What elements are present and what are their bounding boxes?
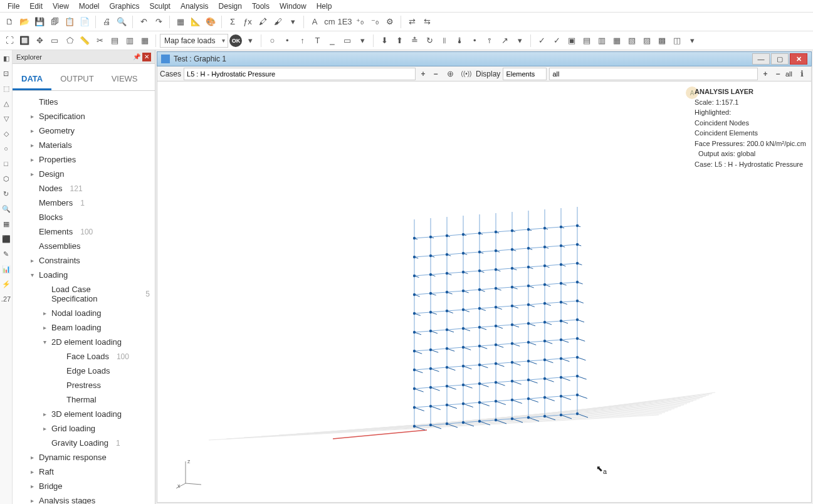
tree-gravity-loading[interactable]: Gravity Loading1 xyxy=(13,436,155,450)
vtool-f-icon[interactable]: ◇ xyxy=(1,128,12,139)
spring-icon[interactable]: ⫯ xyxy=(483,34,496,48)
paste-icon[interactable]: 📄 xyxy=(78,15,92,29)
vec-icon[interactable]: ↗ xyxy=(498,34,511,48)
new-file-icon[interactable]: 🗋 xyxy=(3,15,16,29)
text-icon[interactable]: T xyxy=(310,34,324,48)
grid-toggle-icon[interactable]: ▦ xyxy=(174,15,187,29)
target-icon[interactable]: ⊕ xyxy=(443,67,457,81)
ok-button[interactable]: OK xyxy=(229,34,242,47)
link2-icon[interactable]: ⇆ xyxy=(420,15,434,29)
tree-geometry[interactable]: ▸Geometry xyxy=(13,123,155,138)
load-down-icon[interactable]: ⬇ xyxy=(377,34,391,48)
assy2-icon[interactable]: ▤ xyxy=(580,34,594,48)
antenna-icon[interactable]: ((•)) xyxy=(459,67,473,81)
assy3-icon[interactable]: ▥ xyxy=(595,34,609,48)
gear-icon[interactable]: ⚙ xyxy=(383,15,397,29)
vtool-n-icon[interactable]: ✎ xyxy=(1,248,12,260)
tree-blocks[interactable]: Blocks xyxy=(13,210,155,224)
dropdown-icon[interactable]: ▾ xyxy=(286,15,300,29)
expander-icon[interactable]: ▸ xyxy=(29,127,35,134)
sum-icon[interactable]: Σ xyxy=(226,15,239,29)
link1-icon[interactable]: ⇄ xyxy=(405,15,419,29)
menu-design[interactable]: Design xyxy=(214,1,247,12)
tree-nodal-loading[interactable]: ▸Nodal loading xyxy=(13,306,155,320)
circle-icon[interactable]: ○ xyxy=(265,34,279,48)
open-icon[interactable]: 📂 xyxy=(18,15,31,29)
expander-icon[interactable]: ▸ xyxy=(29,497,35,504)
minimize-button[interactable]: — xyxy=(752,53,770,65)
tree-elements[interactable]: Elements100 xyxy=(13,224,155,239)
vtool-d-icon[interactable]: △ xyxy=(1,98,12,109)
remove-filter-button[interactable]: − xyxy=(773,70,783,78)
tree-raft[interactable]: ▸Raft xyxy=(13,465,155,479)
shaded-icon[interactable]: ▦ xyxy=(138,34,152,48)
save-all-icon[interactable]: 🗐 xyxy=(48,15,61,29)
tree-dynamic-response[interactable]: ▸Dynamic response xyxy=(13,450,155,465)
tree-load-case-specification[interactable]: Load Case Specification5 xyxy=(13,282,155,306)
expander-icon[interactable]: ▸ xyxy=(29,483,35,490)
add-filter-button[interactable]: + xyxy=(760,70,770,78)
dropdown3-icon[interactable]: ▾ xyxy=(513,34,527,48)
beam-icon[interactable]: ⎯ xyxy=(325,34,339,48)
plate-icon[interactable]: ▭ xyxy=(340,34,354,48)
vtool-g-icon[interactable]: ○ xyxy=(1,143,12,154)
menu-help[interactable]: Help xyxy=(312,1,337,12)
tree-nodes[interactable]: Nodes121 xyxy=(13,181,155,196)
copy-icon[interactable]: 📋 xyxy=(63,15,76,29)
expander-icon[interactable]: ▾ xyxy=(29,271,35,278)
dropdown2-icon[interactable]: ▾ xyxy=(355,34,369,48)
menu-sculpt[interactable]: Sculpt xyxy=(145,1,176,12)
expander-icon[interactable]: ▸ xyxy=(29,156,35,163)
tree-beam-loading[interactable]: ▸Beam loading xyxy=(13,320,155,335)
minus-y-icon[interactable]: ⁻₀ xyxy=(368,15,382,29)
vtool-o-icon[interactable]: 📊 xyxy=(1,263,12,275)
expander-icon[interactable]: ▸ xyxy=(41,310,48,317)
check2-icon[interactable]: ✓ xyxy=(550,34,564,48)
node-icon[interactable]: • xyxy=(280,34,294,48)
save-icon[interactable]: 💾 xyxy=(33,15,46,29)
vtool-i-icon[interactable]: ⬡ xyxy=(1,173,12,184)
plus-y-icon[interactable]: ⁺₀ xyxy=(353,15,367,29)
tree-properties[interactable]: ▸Properties xyxy=(13,152,155,167)
menu-tools[interactable]: Tools xyxy=(247,1,275,12)
cases-dropdown[interactable] xyxy=(184,68,416,80)
assy4-icon[interactable]: ▦ xyxy=(610,34,624,48)
assy8-icon[interactable]: ◫ xyxy=(670,34,684,48)
vtool-j-icon[interactable]: ↻ xyxy=(1,188,12,199)
tree-specification[interactable]: ▸Specification xyxy=(13,109,155,123)
tab-views[interactable]: VIEWS xyxy=(103,69,147,90)
load-up-icon[interactable]: ⬆ xyxy=(392,34,406,48)
tree-edge-loads[interactable]: Edge Loads xyxy=(13,364,155,378)
menu-edit[interactable]: Edit xyxy=(24,1,48,12)
graphic-canvas[interactable]: A ANALYSIS LAYER Scale: 1:157.1 Highligh… xyxy=(157,81,812,503)
measure-icon[interactable]: 📏 xyxy=(78,34,92,48)
check1-icon[interactable]: ✓ xyxy=(535,34,548,48)
menu-view[interactable]: View xyxy=(48,1,74,12)
vtool-l-icon[interactable]: ▦ xyxy=(1,218,12,229)
tab-output[interactable]: OUTPUT xyxy=(51,69,102,90)
tree-2d-element-loading[interactable]: ▾2D element loading xyxy=(13,335,155,349)
tree-thermal[interactable]: Thermal xyxy=(13,392,155,407)
tree-bridge[interactable]: ▸Bridge xyxy=(13,479,155,493)
expander-icon[interactable]: ▸ xyxy=(29,171,35,177)
redo-icon[interactable]: ↷ xyxy=(152,15,165,29)
filter-input[interactable] xyxy=(549,68,758,80)
menu-window[interactable]: Window xyxy=(275,1,312,12)
color-fill-icon[interactable]: 🎨 xyxy=(204,15,218,29)
expander-icon[interactable]: ▾ xyxy=(41,339,48,345)
expander-icon[interactable]: ▸ xyxy=(29,257,35,264)
dist-load-icon[interactable]: ⫴ xyxy=(438,34,451,48)
wireframe-icon[interactable]: ▥ xyxy=(123,34,137,48)
assy1-icon[interactable]: ▣ xyxy=(565,34,579,48)
tree-analysis-stages[interactable]: ▸Analysis stages xyxy=(13,493,155,504)
undo-icon[interactable]: ↶ xyxy=(137,15,150,29)
tree-materials[interactable]: ▸Materials xyxy=(13,138,155,152)
expander-icon[interactable]: ▸ xyxy=(29,142,35,149)
tree-design[interactable]: ▸Design xyxy=(13,167,155,181)
arrow-up-icon[interactable]: ↑ xyxy=(295,34,309,48)
tree-members[interactable]: Members1 xyxy=(13,196,155,210)
pin-icon[interactable]: 📌 xyxy=(132,53,141,61)
section-icon[interactable]: ✂ xyxy=(93,34,107,48)
add-case-button[interactable]: + xyxy=(418,70,428,78)
remove-case-button[interactable]: − xyxy=(431,70,441,78)
